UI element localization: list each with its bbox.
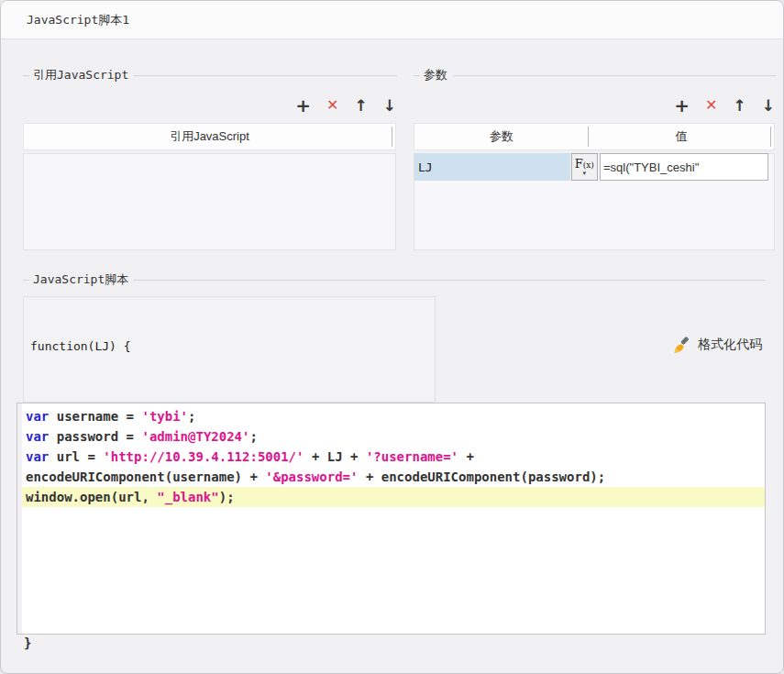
fieldset-line: [414, 75, 420, 76]
table-row: LJ F(x) ▾: [414, 153, 774, 181]
reference-js-column-header[interactable]: 引用JavaScript: [24, 128, 395, 145]
code-lines[interactable]: var username = 'tybi';var password = 'ad…: [22, 403, 765, 634]
params-toolbar: + ✕ ↑ ↓: [414, 94, 775, 117]
fieldset-line: [134, 75, 397, 76]
delete-icon[interactable]: ✕: [326, 98, 338, 113]
delete-icon[interactable]: ✕: [705, 98, 717, 113]
add-icon[interactable]: +: [674, 96, 690, 115]
column-divider: [392, 127, 392, 147]
params-table-header: 参数 值: [414, 123, 775, 150]
add-icon[interactable]: +: [295, 96, 311, 115]
function-signature: function(LJ) {: [24, 297, 435, 353]
format-code-button[interactable]: 格式化代码: [668, 329, 766, 360]
code-editor[interactable]: var username = 'tybi';var password = 'ad…: [17, 403, 766, 635]
code-line[interactable]: var url = 'http://10.39.4.112:5001/' + L…: [22, 447, 765, 467]
fieldset-line: [23, 75, 29, 76]
dialog-titlebar[interactable]: JavaScript脚本1: [1, 1, 783, 39]
dialog-title: JavaScript脚本1: [27, 12, 129, 28]
move-down-icon[interactable]: ↓: [383, 98, 396, 114]
brush-icon: [672, 336, 691, 355]
format-code-label: 格式化代码: [698, 337, 762, 353]
params-label: 参数: [420, 67, 453, 83]
reference-js-group-label: 引用JavaScript: [23, 67, 397, 83]
move-down-icon[interactable]: ↓: [762, 98, 775, 114]
params-group-label: 参数: [414, 67, 776, 83]
script-label: JavaScript脚本: [29, 271, 134, 288]
move-up-icon[interactable]: ↑: [734, 98, 746, 114]
reference-js-toolbar: + ✕ ↑ ↓: [23, 94, 396, 117]
move-up-icon[interactable]: ↑: [355, 98, 368, 114]
fieldset-line: [23, 280, 29, 281]
param-value-input[interactable]: [600, 153, 768, 181]
param-column-header[interactable]: 参数: [414, 128, 589, 145]
code-line[interactable]: window.open(url, "_blank");: [22, 487, 765, 507]
param-name-cell[interactable]: LJ: [414, 153, 570, 181]
fieldset-line: [453, 75, 776, 76]
script-group-label: JavaScript脚本: [23, 271, 766, 288]
value-column-header[interactable]: 值: [589, 128, 774, 145]
javascript-script-dialog: JavaScript脚本1 引用JavaScript + ✕ ↑ ↓ 引用Jav…: [0, 0, 784, 674]
fieldset-line: [134, 280, 766, 281]
reference-js-table-body[interactable]: [23, 153, 396, 250]
code-line[interactable]: encodeURIComponent(username) + '&passwor…: [22, 467, 765, 487]
reference-js-table-header: 引用JavaScript: [23, 123, 396, 150]
column-divider: [770, 127, 771, 147]
function-header-panel: function(LJ) {: [23, 296, 436, 403]
reference-js-label: 引用JavaScript: [29, 67, 134, 83]
chevron-down-icon: ▾: [583, 171, 587, 176]
fx-icon: F(x): [575, 159, 594, 171]
formula-fx-button[interactable]: F(x) ▾: [571, 153, 598, 181]
code-line[interactable]: var username = 'tybi';: [22, 406, 765, 426]
code-line[interactable]: var password = 'admin@TY2024';: [22, 426, 765, 447]
closing-brace: }: [24, 635, 31, 650]
